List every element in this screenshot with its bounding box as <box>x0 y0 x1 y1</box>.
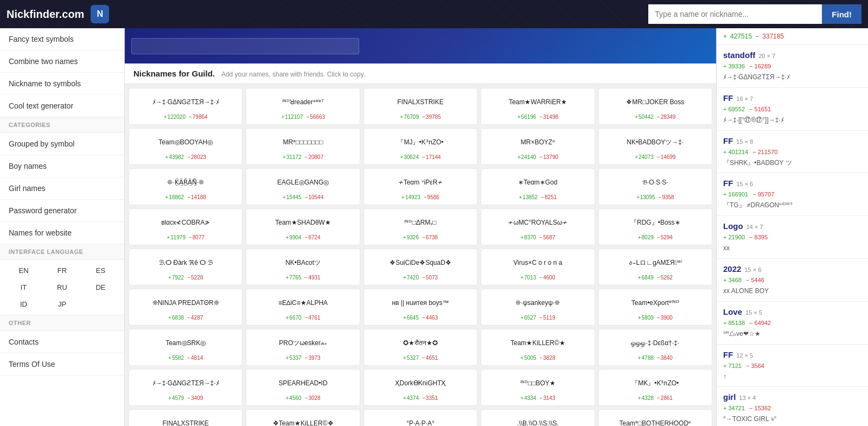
nick-name: ᴵᴺᴰ□ΔRMᵧ□ <box>404 213 436 232</box>
trending-down: − 3564 <box>746 363 764 369</box>
trending-badge: 20 × 7 <box>758 53 775 59</box>
nickname-card[interactable]: Team★SHΑDθW★ 9904 6724 <box>246 208 360 245</box>
nickname-card[interactable]: 『MK』•KᴲᴨZО• 4328 2861 <box>598 369 712 406</box>
sidebar-item-password-gen[interactable]: Password generator <box>0 200 124 222</box>
nickname-card[interactable]: ℬ.Ѻ Ðàrk ℜê Ѻ ℬ 7922 5228 <box>129 249 242 285</box>
lang-it[interactable]: IT <box>4 279 43 296</box>
nickname-card[interactable]: Team★WARRiER★ 56196 31498 <box>481 88 595 125</box>
nickname-card[interactable]: ง⌣Lロ∟gΑMΣЯ᷍ˡᵒˡ 6849 5262 <box>598 249 712 285</box>
nickname-card[interactable]: ❖SuiCiDe❖SquaD❖ 7420 5073 <box>363 249 477 285</box>
nickname-card[interactable]: 『RDG』•Boss∗ 8029 5294 <box>598 208 712 245</box>
nickname-card[interactable]: ❊·ψsankeyψ·❊ 6527 5119 <box>481 289 595 326</box>
sidebar-item-names-website[interactable]: Names for website <box>0 222 124 244</box>
nickname-card[interactable]: ﾒ→‡·GΔNGƧTΣЯ→‡·ﾒ 122020 79864 <box>129 88 242 125</box>
nickname-card[interactable]: ≁ωMC°ROYALSω≁ 8370 5687 <box>481 208 595 245</box>
nick-down: 17144 <box>422 154 441 160</box>
sidebar-item-boy-names[interactable]: Boy names <box>0 155 124 177</box>
nickname-card[interactable]: Teamᵒ□BOTHERHOODᵉ 3639 2527 <box>598 409 712 426</box>
sidebar-item-girl-names[interactable]: Girl names <box>0 177 124 200</box>
search-button[interactable]: Find! <box>822 4 861 24</box>
nickname-card[interactable]: EAGLE◎GANG◎ 15445 10544 <box>246 168 360 205</box>
nickname-card[interactable]: °P·A·P·A° 3927 3581 <box>363 409 477 426</box>
nickname-card[interactable]: Team★KiLLER©★ 5005 3828 <box>481 329 595 366</box>
sidebar-item-contacts[interactable]: Contacts <box>0 331 124 353</box>
nickname-card[interactable]: ❖Team★KiLLER©❖ 3973 2775 <box>246 409 360 426</box>
trending-header: standoff 20 × 7 <box>723 50 861 60</box>
lang-fr[interactable]: FR <box>43 262 81 279</box>
nickname-card[interactable]: ∗Teαm∗God 13852 8251 <box>481 168 595 205</box>
nickname-card[interactable]: NK•BAcotツ 7765 4931 <box>246 249 360 285</box>
nickname-card[interactable]: ❖MR□JOKER Boss 50442 28349 <box>598 88 712 125</box>
nick-up: 5582 <box>168 355 184 361</box>
nickname-card[interactable]: Team◎BOOYAH◎ 43982 28023 <box>129 128 242 165</box>
lang-ru[interactable]: RU <box>43 279 81 296</box>
nick-down: 13790 <box>539 154 558 160</box>
trending-item[interactable]: FF 16 × 7 + 69552 − 51651 ﾒ→‡·[[°⑰®⑰°]]→… <box>717 88 868 131</box>
trending-item[interactable]: FF 12 × 5 + 7121 − 3564 ↑ <box>717 345 868 387</box>
sidebar-item-grouped-symbol[interactable]: Grouped by symbol <box>0 133 124 155</box>
nickname-card[interactable]: MRᵒ□□□□□□□ 31172 20807 <box>246 128 360 165</box>
nickname-card[interactable]: .\\B.\\O.\\S.\\S. 3734 3242 <box>481 409 595 426</box>
nickname-card[interactable]: Team•eXportᵒᴵᴺᴰ 5809 3900 <box>598 289 712 326</box>
nickname-card[interactable]: FINALΧSTRIKE 76709 39785 <box>363 88 477 125</box>
site-logo[interactable]: Nickfinder.com <box>7 8 84 21</box>
trending-badge: 13 × 4 <box>739 395 756 401</box>
sidebar-item-cool-text[interactable]: Cool text generator <box>0 95 124 117</box>
nickname-card[interactable]: SPEARHEAD•ID 4560 3028 <box>246 369 360 406</box>
trending-name: FF <box>723 93 733 103</box>
nickname-card[interactable]: ❊NINJA PREDATΘR❊ 6838 4287 <box>129 289 242 326</box>
trending-item[interactable]: FF 15 × 6 + 166901 − 95707 『TG』 ≠DRAGONᵉ… <box>717 173 868 216</box>
nick-down: 8077 <box>189 234 205 240</box>
nickname-card[interactable]: 『MJ』•KᴲᴨZО• 30624 17144 <box>363 128 477 165</box>
nickname-card[interactable]: ≁Teαm ᵛiPεR≁ 14923 9586 <box>363 168 477 205</box>
trending-item[interactable]: girl 13 × 4 + 34721 − 15362 °→TOXIC GIRL… <box>717 387 868 426</box>
lang-id[interactable]: ID <box>4 296 43 313</box>
sidebar-item-terms[interactable]: Terms Of Use <box>0 353 124 376</box>
nickname-card[interactable]: ﾒ→‡·GΔNGƧTΣЯ→‡·ﾒ 4579 3409 <box>129 369 242 406</box>
nickname-card[interactable]: 𝔅·O·S·S· 13095 9358 <box>598 168 712 205</box>
nickname-card[interactable]: PROツωeskerஃ∗ 5337 3973 <box>246 329 360 366</box>
trending-preview: 『SHRK』•BADBOY ツ <box>723 158 861 168</box>
nickname-card[interactable]: NK•BADBOYツ→‡· 24073 14699 <box>598 128 712 165</box>
nick-up: 6838 <box>168 315 184 321</box>
trending-item[interactable]: Love 15 × 5 + 85138 − 64942 ˢᴹ𝓛ℴve❤☆★ <box>717 302 868 345</box>
nickname-card[interactable]: FINALΧSTRIKE 4020 2847 <box>129 409 242 426</box>
trending-header: Love 15 × 5 <box>723 307 861 316</box>
nickname-card[interactable]: ✪★रौतन★✪ 5327 4651 <box>363 329 477 366</box>
trending-item[interactable]: Logo 14 × 7 + 21900 − 8395 xx <box>717 216 868 259</box>
trending-header: Logo 14 × 7 <box>723 221 861 231</box>
nickname-card[interactable]: MR×BOYZᵅ 24140 13790 <box>481 128 595 165</box>
nickname-card[interactable]: Team◎SRK◎ 5582 4814 <box>129 329 242 366</box>
nickname-card[interactable]: ❊·K̤̈Ä̤R̤̈Ä̤Ñ̤·❊ 18862 14188 <box>129 168 242 205</box>
nick-name: ∗Teαm∗God <box>518 173 557 192</box>
nickname-card[interactable]: ᴵᴺᴰ□ΔRMᵧ□ 9326 6738 <box>363 208 477 245</box>
nickname-card[interactable]: вlαcк≮COBRΑ≯ 11979 8077 <box>129 208 242 245</box>
nick-stats: 6838 4287 <box>168 315 203 321</box>
trending-up: + 39336 <box>723 63 745 69</box>
sidebar-item-fancy-text[interactable]: Fancy text symbols <box>0 28 124 50</box>
lang-es[interactable]: ES <box>81 262 120 279</box>
nick-stats: 7922 5228 <box>168 275 203 281</box>
nick-stats: 9326 6738 <box>403 234 438 240</box>
trending-item[interactable]: 2022 15 × 6 + 3468 − 5446 xx ALONE BOY <box>717 259 868 302</box>
search-input[interactable] <box>648 4 822 24</box>
trending-name: FF <box>723 179 733 188</box>
lang-jp[interactable]: JP <box>43 296 81 313</box>
nickname-card[interactable]: ≡E∆iC≡★ALPHA 6670 4761 <box>246 289 360 326</box>
sidebar-item-nickname-symbols[interactable]: Nickname to symbols <box>0 73 124 95</box>
nickname-card[interactable]: нв || нuитея boys™ 6645 4463 <box>363 289 477 326</box>
sidebar-item-combine-two[interactable]: Combine two names <box>0 50 124 73</box>
nickname-card[interactable]: ᴵᴺᴰꓤreaderᵃᵒᵒ⁷ 112107 56663 <box>246 88 360 125</box>
nick-stats: 4560 3028 <box>286 395 321 401</box>
lang-en[interactable]: EN <box>4 262 43 279</box>
nick-down: 3840 <box>657 355 673 361</box>
trending-item[interactable]: standoff 20 × 7 + 39336 − 16289 ﾒ→‡·GΔNG… <box>717 45 868 88</box>
nickname-card[interactable]: ҲDorkϴKniGHTҲ 4374 3351 <box>363 369 477 406</box>
trending-item[interactable]: FF 15 × 8 + 401214 − 211570 『SHRK』•BADBO… <box>717 131 868 174</box>
lang-de[interactable]: DE <box>81 279 120 296</box>
trending-stats: + 85138 − 64942 <box>723 320 861 326</box>
nickname-card[interactable]: ᴵᴺᴰ□□BOY★ 4334 3143 <box>481 369 595 406</box>
nickname-card[interactable]: Virus×C o r o n a 7013 4600 <box>481 249 595 285</box>
trending-down: − 16289 <box>749 63 771 69</box>
nickname-card[interactable]: ஓஓஓ·‡·Dεßα†·‡· 4788 3840 <box>598 329 712 366</box>
